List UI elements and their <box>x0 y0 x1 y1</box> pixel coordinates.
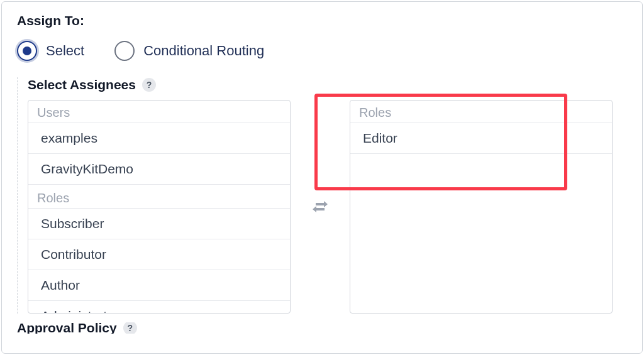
list-item[interactable]: GravityKitDemo <box>28 154 290 185</box>
list-item[interactable]: Contributor <box>28 239 290 270</box>
select-assignees-header: Select Assignees ? <box>28 77 627 92</box>
radio-conditional-label: Conditional Routing <box>143 43 264 59</box>
group-header-users: Users <box>28 101 290 123</box>
approval-policy-label: Approval Policy <box>17 325 117 331</box>
list-item[interactable]: Administrator <box>28 301 290 313</box>
assign-to-label: Assign To: <box>17 13 627 28</box>
settings-panel: Assign To: Select Conditional Routing Se… <box>1 1 643 354</box>
approval-policy-header: Approval Policy ? <box>17 322 627 334</box>
selected-assignees-listbox[interactable]: Roles Editor <box>350 100 613 314</box>
radio-select[interactable]: Select <box>17 41 84 61</box>
list-item[interactable]: Subscriber <box>28 209 290 239</box>
selected-assignees-wrap: Roles Editor <box>350 100 613 314</box>
group-header-roles: Roles <box>28 185 290 209</box>
dual-listbox: Users examples GravityKitDemo Roles Subs… <box>28 100 627 314</box>
list-item[interactable]: Editor <box>350 123 612 154</box>
assignee-content: Select Assignees ? Users examples Gravit… <box>17 77 627 314</box>
radio-dot-icon <box>17 41 37 61</box>
radio-dot-icon <box>114 41 135 61</box>
available-assignees-listbox[interactable]: Users examples GravityKitDemo Roles Subs… <box>28 100 291 314</box>
radio-select-label: Select <box>46 43 84 59</box>
list-item[interactable]: examples <box>28 123 290 154</box>
help-icon[interactable]: ? <box>142 78 156 92</box>
swap-icon <box>309 199 331 214</box>
radio-conditional-routing[interactable]: Conditional Routing <box>114 41 264 61</box>
group-header-roles: Roles <box>350 101 612 123</box>
assign-mode-radios: Select Conditional Routing <box>17 41 627 61</box>
list-item[interactable]: Author <box>28 270 290 301</box>
select-assignees-label: Select Assignees <box>28 77 136 92</box>
help-icon[interactable]: ? <box>123 322 137 334</box>
available-list-scroll[interactable]: Users examples GravityKitDemo Roles Subs… <box>28 101 290 313</box>
